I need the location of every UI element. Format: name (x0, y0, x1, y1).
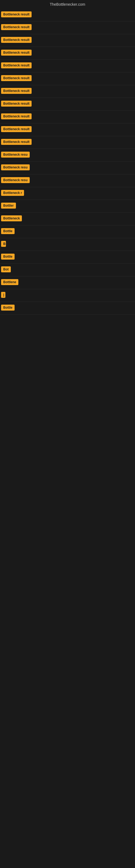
list-item: Bottleneck result (0, 123, 135, 136)
bottleneck-result-badge[interactable]: Bottleneck result (1, 139, 32, 145)
list-item: Bottleneck result (0, 136, 135, 149)
bottleneck-result-badge[interactable]: Bottleneck (1, 215, 22, 221)
list-item: Bottlene (0, 276, 135, 289)
bottleneck-result-badge[interactable]: Bottleneck result (1, 101, 32, 106)
list-item: Bottleneck r (0, 187, 135, 200)
bottleneck-result-badge[interactable]: Bottleneck result (1, 88, 32, 94)
bottleneck-result-badge[interactable]: Bottleneck result (1, 37, 32, 43)
list-item: Bottleneck resu (0, 162, 135, 175)
bottleneck-result-badge[interactable]: Bottler (1, 203, 16, 209)
list-item: B (0, 238, 135, 251)
list-item: Bottle (0, 302, 135, 315)
bottleneck-result-badge[interactable]: Bottle (1, 254, 14, 259)
bottleneck-result-badge[interactable]: Bottleneck result (1, 126, 32, 132)
bottleneck-result-badge[interactable]: B (1, 241, 6, 247)
list-item: Bot (0, 264, 135, 276)
list-item: Bottleneck result (0, 47, 135, 60)
bottleneck-result-badge[interactable]: Bottleneck result (1, 24, 32, 30)
list-item: Bottleneck resu (0, 149, 135, 162)
list-item: Bottleneck result (0, 9, 135, 22)
bottleneck-result-badge[interactable]: Bottleneck result (1, 62, 32, 68)
site-header: TheBottlenecker.com (0, 0, 135, 9)
list-item: Bottleneck result (0, 98, 135, 111)
bottleneck-result-badge[interactable]: Bottleneck resu (1, 164, 30, 170)
bottleneck-result-badge[interactable]: | (1, 292, 5, 298)
bottleneck-result-badge[interactable]: Bottleneck result (1, 50, 32, 56)
bottleneck-result-badge[interactable]: Bottleneck r (1, 190, 24, 196)
list-item: Bottle (0, 225, 135, 238)
list-item: Bottleneck result (0, 72, 135, 85)
bottleneck-result-badge[interactable]: Bottleneck result (1, 11, 32, 18)
bottleneck-result-badge[interactable]: Bottle (1, 305, 14, 311)
list-item: Bottle (0, 251, 135, 264)
list-item: | (0, 289, 135, 302)
list-item: Bottleneck resu (0, 175, 135, 187)
list-item: Bottleneck (0, 213, 135, 225)
bottleneck-result-badge[interactable]: Bottleneck result (1, 113, 32, 119)
bottleneck-result-badge[interactable]: Bottleneck resu (1, 177, 30, 183)
list-item: Bottler (0, 200, 135, 213)
rows-container: Bottleneck resultBottleneck resultBottle… (0, 9, 135, 315)
list-item: Bottleneck result (0, 34, 135, 47)
list-item: Bottleneck result (0, 60, 135, 72)
list-item: Bottleneck result (0, 111, 135, 123)
bottleneck-result-badge[interactable]: Bottleneck result (1, 75, 32, 81)
bottleneck-result-badge[interactable]: Bottleneck resu (1, 152, 30, 158)
list-item: Bottleneck result (0, 85, 135, 98)
bottleneck-result-badge[interactable]: Bottle (1, 228, 14, 234)
bottleneck-result-badge[interactable]: Bottlene (1, 279, 18, 285)
site-title: TheBottlenecker.com (0, 0, 135, 9)
list-item: Bottleneck result (0, 22, 135, 34)
bottleneck-result-badge[interactable]: Bot (1, 267, 11, 272)
